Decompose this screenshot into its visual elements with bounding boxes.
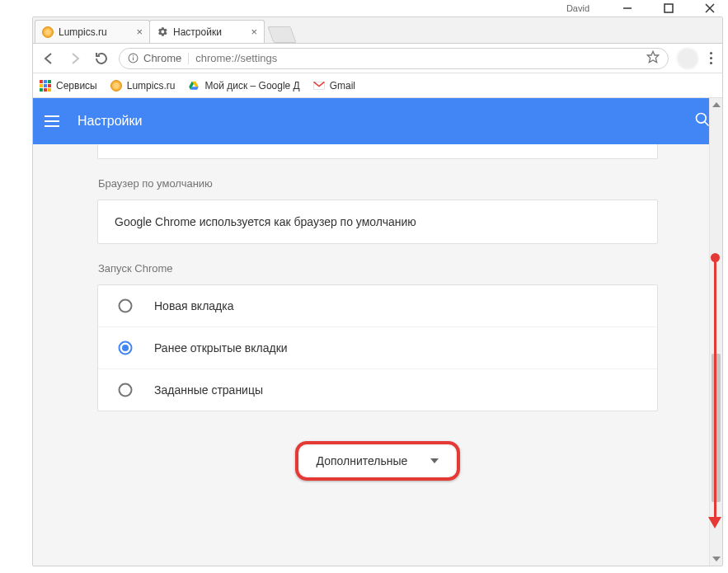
address-chip-label: Chrome: [143, 52, 181, 64]
startup-option-new-tab[interactable]: Новая вкладка: [98, 285, 657, 326]
bookmark-drive[interactable]: Мой диск – Google Д: [188, 80, 299, 92]
settings-search-button[interactable]: [694, 111, 711, 131]
svg-point-5: [133, 55, 134, 56]
annotation-highlight: Дополнительные: [295, 441, 461, 481]
menu-icon[interactable]: [45, 115, 59, 127]
gmail-icon: [313, 80, 325, 92]
window-maximize-button[interactable]: [657, 0, 680, 16]
new-tab-button[interactable]: [267, 26, 296, 43]
address-bar[interactable]: Chrome chrome://settings: [119, 48, 669, 69]
tab-strip: Lumpics.ru × Настройки ×: [33, 17, 722, 44]
previous-section-fragment: [97, 144, 658, 159]
apps-icon: [40, 80, 51, 92]
lumpics-favicon-icon: [42, 26, 54, 38]
forward-button[interactable]: [66, 49, 84, 68]
toolbar: Chrome chrome://settings: [33, 44, 722, 73]
bookmark-label: Gmail: [330, 80, 355, 92]
window-close-button[interactable]: [698, 0, 721, 16]
svg-point-16: [122, 345, 129, 351]
bookmark-lumpics[interactable]: Lumpics.ru: [110, 80, 176, 92]
address-url: chrome://settings: [195, 52, 277, 64]
close-icon[interactable]: ×: [251, 26, 257, 38]
profile-avatar[interactable]: [677, 48, 698, 69]
startup-option-label: Ранее открытые вкладки: [154, 341, 288, 355]
tab-settings[interactable]: Настройки ×: [149, 20, 265, 43]
tab-lumpics[interactable]: Lumpics.ru ×: [35, 20, 150, 43]
default-browser-status: Google Chrome используется как браузер п…: [98, 200, 657, 243]
back-button[interactable]: [40, 49, 58, 68]
bookmark-label: Lumpics.ru: [127, 80, 176, 92]
bookmark-label: Сервисы: [56, 80, 97, 92]
close-icon[interactable]: ×: [136, 26, 143, 38]
chevron-down-icon: [430, 458, 439, 463]
svg-marker-10: [190, 87, 199, 90]
gear-icon: [157, 26, 168, 38]
window-minimize-button[interactable]: [616, 0, 639, 16]
startup-option-continue[interactable]: Ранее открытые вкладки: [98, 326, 657, 369]
startup-panel: Новая вкладка Ранее открытые вкладки Зад…: [97, 284, 658, 411]
browser-menu-button[interactable]: [707, 49, 716, 68]
vertical-scrollbar[interactable]: [709, 98, 722, 566]
svg-marker-7: [647, 51, 658, 62]
tab-label: Настройки: [173, 26, 222, 38]
tab-label: Lumpics.ru: [59, 26, 107, 38]
advanced-label: Дополнительные: [317, 454, 408, 467]
svg-point-17: [120, 384, 132, 397]
default-browser-panel: Google Chrome используется как браузер п…: [97, 200, 658, 244]
startup-option-label: Заданные страницы: [154, 383, 263, 397]
svg-rect-6: [133, 57, 134, 60]
bookmark-label: Мой диск – Google Д: [204, 80, 299, 92]
site-chip: Chrome: [128, 52, 181, 64]
scroll-up-button[interactable]: [710, 98, 722, 111]
window-username: David: [566, 3, 589, 13]
info-icon: [128, 53, 139, 63]
search-icon: [694, 111, 711, 128]
advanced-toggle-button[interactable]: Дополнительные: [300, 446, 456, 476]
bookmark-apps[interactable]: Сервисы: [40, 80, 97, 92]
reload-button[interactable]: [92, 49, 110, 68]
settings-header: Настройки: [33, 98, 722, 144]
startup-option-specific-pages[interactable]: Заданные страницы: [98, 369, 657, 411]
startup-option-label: Новая вкладка: [154, 299, 234, 312]
svg-point-12: [697, 114, 707, 124]
drive-icon: [188, 80, 200, 92]
svg-line-13: [705, 122, 709, 126]
svg-point-14: [120, 300, 132, 312]
page-title: Настройки: [77, 114, 142, 129]
bookmark-star-icon[interactable]: [646, 50, 660, 66]
bookmarks-bar: Сервисы Lumpics.ru Мой диск – Google Д G…: [33, 73, 722, 98]
svg-rect-1: [665, 4, 673, 12]
radio-icon: [118, 383, 133, 397]
bookmark-gmail[interactable]: Gmail: [313, 80, 355, 92]
radio-icon: [118, 298, 133, 313]
scroll-down-button[interactable]: [710, 552, 722, 566]
scrollbar-thumb[interactable]: [712, 354, 721, 502]
radio-icon: [118, 341, 133, 355]
section-default-browser-title: Браузер по умолчанию: [98, 177, 659, 190]
lumpics-favicon-icon: [110, 80, 122, 92]
section-startup-title: Запуск Chrome: [98, 262, 659, 275]
